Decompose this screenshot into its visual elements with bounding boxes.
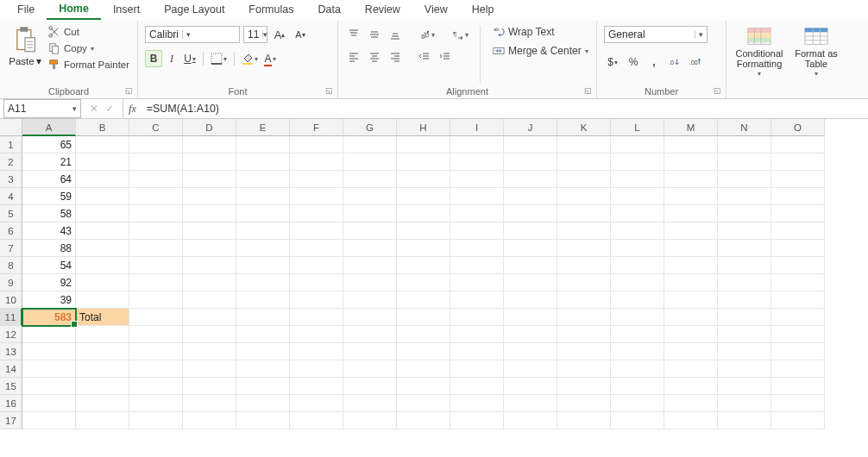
cell-H7[interactable] (397, 240, 450, 257)
align-right-button[interactable] (387, 48, 404, 66)
cell-I15[interactable] (450, 378, 504, 395)
cell-M2[interactable] (664, 153, 718, 171)
cell-H1[interactable] (397, 136, 450, 153)
cell-H14[interactable] (397, 360, 450, 378)
cell-F17[interactable] (290, 412, 343, 429)
cell-J14[interactable] (504, 360, 557, 378)
cell-J13[interactable] (504, 343, 557, 360)
cell-D9[interactable] (183, 274, 236, 291)
cell-G11[interactable] (343, 309, 397, 326)
cell-C1[interactable] (129, 136, 183, 153)
cell-I9[interactable] (450, 274, 504, 291)
cell-G2[interactable] (343, 153, 397, 171)
cell-E14[interactable] (236, 360, 290, 378)
cell-O17[interactable] (771, 412, 825, 429)
fx-icon[interactable]: fx (123, 102, 142, 116)
row-header-16[interactable]: 16 (0, 395, 22, 412)
cell-L7[interactable] (611, 240, 664, 257)
col-header-M[interactable]: M (664, 119, 718, 136)
cell-C15[interactable] (129, 378, 183, 395)
cell-E13[interactable] (236, 343, 290, 360)
cell-D15[interactable] (183, 378, 236, 395)
cell-L5[interactable] (611, 205, 664, 222)
cell-K15[interactable] (557, 378, 611, 395)
cell-F2[interactable] (290, 153, 343, 171)
cell-G6[interactable] (343, 222, 397, 240)
cell-D6[interactable] (183, 222, 236, 240)
row-header-14[interactable]: 14 (0, 360, 22, 378)
cell-J9[interactable] (504, 274, 557, 291)
cell-C2[interactable] (129, 153, 183, 171)
col-header-F[interactable]: F (290, 119, 343, 136)
cell-C16[interactable] (129, 395, 183, 412)
wrap-text-button[interactable]: ab Wrap Text (493, 26, 588, 38)
cell-C5[interactable] (129, 205, 183, 222)
cell-H11[interactable] (397, 309, 450, 326)
cell-N8[interactable] (718, 257, 771, 274)
cell-B16[interactable] (76, 395, 129, 412)
cell-J11[interactable] (504, 309, 557, 326)
cell-K4[interactable] (557, 188, 611, 205)
cell-A13[interactable] (22, 343, 76, 360)
cell-K3[interactable] (557, 171, 611, 188)
cell-H10[interactable] (397, 291, 450, 309)
cell-I10[interactable] (450, 291, 504, 309)
select-all-corner[interactable] (0, 119, 22, 136)
cell-F1[interactable] (290, 136, 343, 153)
cell-I8[interactable] (450, 257, 504, 274)
cell-G3[interactable] (343, 171, 397, 188)
cell-H8[interactable] (397, 257, 450, 274)
cell-L14[interactable] (611, 360, 664, 378)
cell-E1[interactable] (236, 136, 290, 153)
orientation-button[interactable]: ab▾ (416, 26, 437, 43)
cell-A7[interactable]: 88 (22, 240, 76, 257)
cell-M8[interactable] (664, 257, 718, 274)
cell-N14[interactable] (718, 360, 771, 378)
cell-N1[interactable] (718, 136, 771, 153)
percent-format-button[interactable]: % (625, 53, 642, 71)
row-header-3[interactable]: 3 (0, 171, 22, 188)
cell-B17[interactable] (76, 412, 129, 429)
cell-B7[interactable] (76, 240, 129, 257)
name-box[interactable]: A11 ▾ (3, 99, 81, 118)
col-header-I[interactable]: I (450, 119, 504, 136)
cell-B15[interactable] (76, 378, 129, 395)
cell-A1[interactable]: 65 (22, 136, 76, 153)
cell-M7[interactable] (664, 240, 718, 257)
cell-E6[interactable] (236, 222, 290, 240)
cell-C4[interactable] (129, 188, 183, 205)
cell-B6[interactable] (76, 222, 129, 240)
cell-G10[interactable] (343, 291, 397, 309)
cell-N6[interactable] (718, 222, 771, 240)
col-header-G[interactable]: G (343, 119, 397, 136)
cell-A14[interactable] (22, 360, 76, 378)
cell-C17[interactable] (129, 412, 183, 429)
cell-G8[interactable] (343, 257, 397, 274)
dialog-launcher-icon[interactable]: ◱ (582, 86, 593, 97)
tab-insert[interactable]: Insert (101, 1, 152, 19)
cell-B1[interactable] (76, 136, 129, 153)
cell-H13[interactable] (397, 343, 450, 360)
row-header-9[interactable]: 9 (0, 274, 22, 291)
cell-A11[interactable]: 583 (22, 309, 76, 326)
dialog-launcher-icon[interactable]: ◱ (123, 86, 134, 97)
cell-I2[interactable] (450, 153, 504, 171)
cell-M11[interactable] (664, 309, 718, 326)
cell-F14[interactable] (290, 360, 343, 378)
cell-B9[interactable] (76, 274, 129, 291)
format-as-table-button[interactable]: Format as Table▾ (790, 24, 842, 95)
cell-I3[interactable] (450, 171, 504, 188)
cell-I13[interactable] (450, 343, 504, 360)
cell-D5[interactable] (183, 205, 236, 222)
cell-L9[interactable] (611, 274, 664, 291)
tab-formulas[interactable]: Formulas (236, 1, 305, 19)
cell-J16[interactable] (504, 395, 557, 412)
comma-format-button[interactable]: , (645, 53, 663, 71)
cell-K8[interactable] (557, 257, 611, 274)
cell-C13[interactable] (129, 343, 183, 360)
paste-button[interactable]: Paste▾ (7, 24, 43, 85)
cell-J4[interactable] (504, 188, 557, 205)
cell-D16[interactable] (183, 395, 236, 412)
cell-D10[interactable] (183, 291, 236, 309)
cell-F16[interactable] (290, 395, 343, 412)
